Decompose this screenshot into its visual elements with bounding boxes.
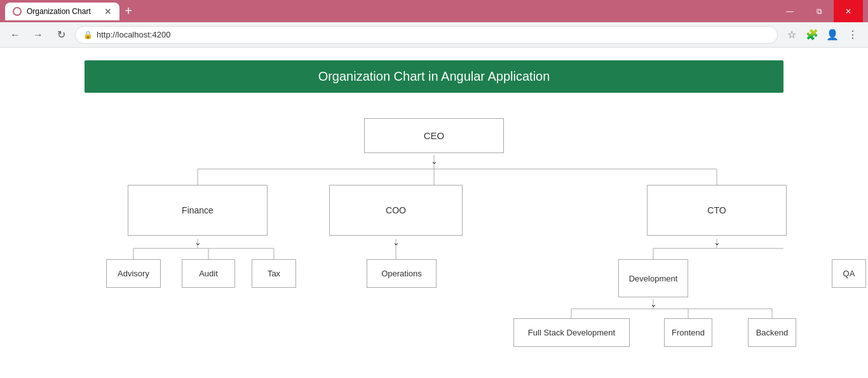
ceo-chevron: ⌄ <box>431 156 438 166</box>
close-button[interactable]: ✕ <box>834 0 863 22</box>
development-node[interactable]: Development <box>618 259 688 297</box>
address-bar: ← → ↻ 🔒 http://localhost:4200 ☆ 🧩 👤 ⋮ <box>0 22 868 48</box>
ssl-icon: 🔒 <box>83 30 93 39</box>
browser-chrome: Organization Chart ✕ + — ⧉ ✕ ← → ↻ 🔒 htt… <box>0 0 868 48</box>
ceo-node[interactable]: CEO <box>364 118 504 153</box>
fullstack-label: Full Stack Development <box>528 328 615 337</box>
minimize-button[interactable]: — <box>775 0 804 22</box>
tax-node[interactable]: Tax <box>252 259 296 288</box>
bookmark-icon[interactable]: ☆ <box>783 26 801 44</box>
new-tab-button[interactable]: + <box>119 3 137 20</box>
advisory-label: Advisory <box>118 269 149 278</box>
org-chart: CEO ⌄ Finance ⌄ COO ⌄ CTO ⌄ Advisory Aud… <box>85 112 783 360</box>
cto-label: CTO <box>707 205 726 215</box>
window-controls: — ⧉ ✕ <box>775 0 863 22</box>
audit-label: Audit <box>199 269 218 278</box>
frontend-node[interactable]: Frontend <box>664 318 712 347</box>
advisory-node[interactable]: Advisory <box>106 259 161 288</box>
coo-node[interactable]: COO <box>329 185 463 236</box>
finance-label: Finance <box>182 205 214 215</box>
backend-label: Backend <box>756 328 789 337</box>
header-banner: Organization Chart in Angular Applicatio… <box>85 60 783 93</box>
back-button[interactable]: ← <box>6 26 24 44</box>
coo-label: COO <box>386 205 406 215</box>
url-text: http://localhost:4200 <box>97 30 170 39</box>
qa-label: QA <box>843 269 855 278</box>
development-label: Development <box>629 274 678 283</box>
url-bar[interactable]: 🔒 http://localhost:4200 <box>75 26 778 44</box>
svg-point-0 <box>14 8 20 15</box>
title-bar: Organization Chart ✕ + — ⧉ ✕ <box>0 0 868 22</box>
tab-close-button[interactable]: ✕ <box>104 6 112 17</box>
operations-label: Operations <box>381 269 422 278</box>
cto-node[interactable]: CTO <box>647 185 787 236</box>
tab-favicon <box>13 7 22 16</box>
address-bar-actions: ☆ 🧩 👤 ⋮ <box>783 26 862 44</box>
finance-node[interactable]: Finance <box>128 185 268 236</box>
restore-button[interactable]: ⧉ <box>804 0 834 22</box>
forward-button[interactable]: → <box>29 26 47 44</box>
qa-node[interactable]: QA <box>832 259 866 288</box>
tab-title: Organization Chart <box>27 7 91 16</box>
operations-node[interactable]: Operations <box>367 259 437 288</box>
browser-tab[interactable]: Organization Chart ✕ <box>5 3 119 20</box>
menu-icon[interactable]: ⋮ <box>844 26 862 44</box>
audit-node[interactable]: Audit <box>182 259 235 288</box>
ceo-label: CEO <box>424 130 445 141</box>
page-content: Organization Chart in Angular Applicatio… <box>0 48 868 372</box>
frontend-label: Frontend <box>672 328 705 337</box>
backend-node[interactable]: Backend <box>748 318 796 347</box>
fullstack-node[interactable]: Full Stack Development <box>513 318 630 347</box>
dev-chevron: ⌄ <box>650 299 657 309</box>
tax-label: Tax <box>268 269 280 278</box>
banner-text: Organization Chart in Angular Applicatio… <box>318 69 550 83</box>
reload-button[interactable]: ↻ <box>52 26 70 44</box>
extensions-icon[interactable]: 🧩 <box>803 26 821 44</box>
cto-chevron: ⌄ <box>714 238 721 247</box>
coo-chevron: ⌄ <box>393 238 400 247</box>
profile-icon[interactable]: 👤 <box>824 26 841 44</box>
finance-chevron: ⌄ <box>194 238 201 247</box>
